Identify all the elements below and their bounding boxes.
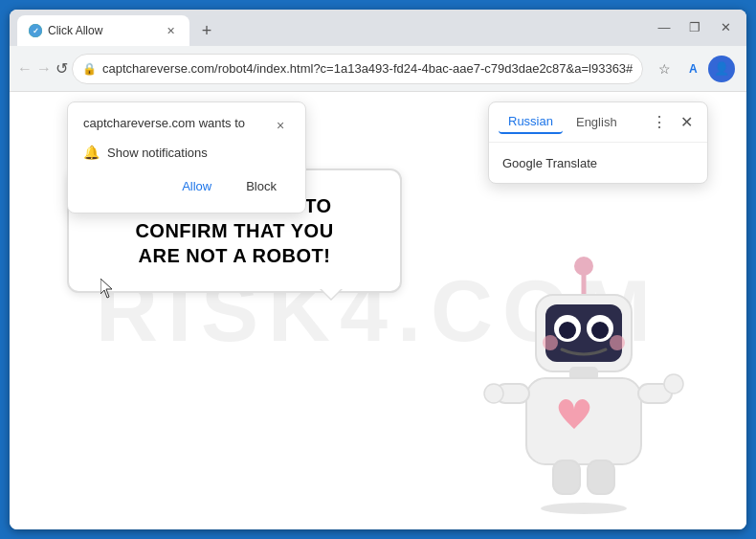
svg-point-16 [484,384,503,403]
bell-icon: 🔔 [83,145,100,160]
lock-icon: 🔒 [82,62,97,76]
popup-close-button[interactable]: × [271,116,290,135]
allow-button[interactable]: Allow [168,173,225,199]
svg-rect-18 [553,460,580,494]
popup-header: captchareverse.com wants to × [83,116,290,135]
english-tab[interactable]: English [567,111,627,133]
block-button[interactable]: Block [233,173,290,199]
notification-row: 🔔 Show notifications [83,145,290,160]
menu-button[interactable]: ⋮ [737,56,746,82]
svg-point-20 [541,503,627,514]
translate-button[interactable]: A [679,56,706,82]
minimize-button[interactable]: — [651,13,678,40]
back-button[interactable]: ← [17,55,33,83]
url-bar[interactable]: 🔒 captchareverse.com/robot4/index.html?c… [72,54,643,84]
tab-favicon: ✓ [29,24,42,37]
robot-svg [478,242,689,529]
svg-point-8 [559,322,576,339]
svg-point-11 [610,335,625,350]
translate-close-button[interactable]: ✕ [675,111,698,134]
new-tab-button[interactable]: + [193,17,220,44]
browser-window: ✓ Click Allow ✕ + — ❐ ✕ ← → ↺ 🔒 captchar… [10,10,746,529]
svg-text:✓: ✓ [33,27,39,35]
svg-point-17 [664,374,683,393]
tab-bar: ✓ Click Allow ✕ + — ❐ ✕ [10,10,746,46]
tab-close-button[interactable]: ✕ [163,23,178,38]
svg-rect-19 [588,460,614,494]
reload-button[interactable]: ↺ [56,55,68,83]
content-area: RISK4.COM captchareverse.com wants to × … [10,92,746,529]
toolbar-actions: ☆ A 👤 ⋮ [651,56,746,82]
svg-point-3 [574,257,593,276]
notification-label: Show notifications [107,146,208,160]
popup-buttons: Allow Block [83,173,290,199]
window-controls: — ❐ ✕ [651,13,739,46]
url-text: captchareverse.com/robot4/index.html?c=1… [102,61,633,76]
robot-container [478,242,689,529]
maximize-button[interactable]: ❐ [681,13,708,40]
close-button[interactable]: ✕ [712,13,739,40]
translate-menu-button[interactable]: ⋮ [648,111,671,134]
popup-site-text: captchareverse.com wants to [83,116,245,130]
star-button[interactable]: ☆ [651,56,678,82]
permission-popup: captchareverse.com wants to × 🔔 Show not… [67,101,306,213]
svg-point-10 [543,335,558,350]
translate-header: Russian English ⋮ ✕ [489,102,707,143]
russian-tab[interactable]: Russian [499,110,563,134]
translate-service-label: Google Translate [502,156,597,170]
translate-popup: Russian English ⋮ ✕ Google Translate [488,101,708,184]
svg-rect-13 [526,378,641,464]
forward-button[interactable]: → [36,55,52,83]
tab-title: Click Allow [48,24,157,37]
profile-button[interactable]: 👤 [708,56,735,82]
active-tab[interactable]: ✓ Click Allow ✕ [17,15,189,46]
translate-body: Google Translate [489,143,707,183]
svg-point-9 [591,322,609,339]
address-bar: ← → ↺ 🔒 captchareverse.com/robot4/index.… [10,46,746,92]
